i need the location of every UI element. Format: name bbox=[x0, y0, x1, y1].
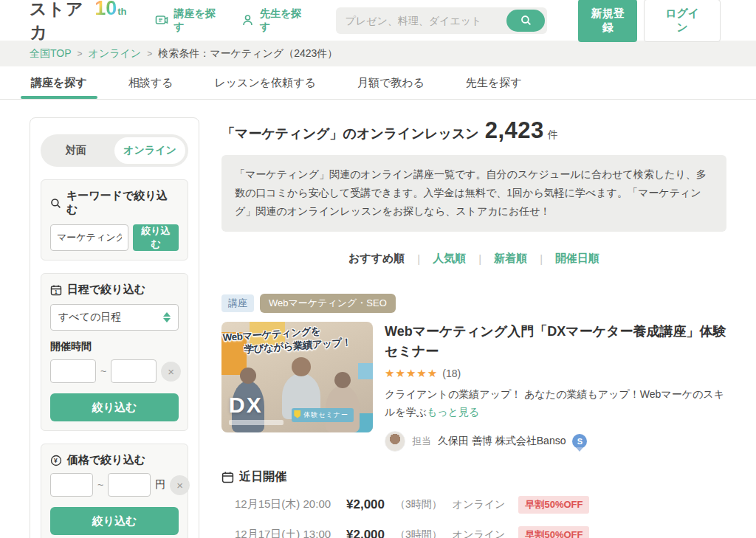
price-filter-heading: ¥ 価格で絞り込む bbox=[50, 453, 179, 467]
result-count-unit: 件 bbox=[548, 128, 558, 142]
time-range-label: 開催時間 bbox=[50, 340, 179, 354]
page-title-text: 「マーケティング」のオンラインレッスン bbox=[221, 125, 479, 142]
signup-button[interactable]: 新規登録 bbox=[578, 0, 637, 42]
select-arrows-icon bbox=[163, 312, 171, 323]
instructor-label: 担当 bbox=[412, 435, 431, 448]
session-mode: オンライン bbox=[453, 528, 506, 538]
instructor-row: 担当 久保田 善博 株式会社Banso S bbox=[385, 431, 726, 452]
breadcrumb-separator: > bbox=[78, 49, 83, 59]
search-input[interactable] bbox=[336, 15, 506, 27]
svg-text:1: 1 bbox=[55, 289, 58, 294]
keyword-filter-box: キーワードで絞り込む 絞り込む bbox=[41, 179, 188, 261]
search-icon bbox=[520, 15, 532, 26]
sort-popular[interactable]: 人気順 bbox=[433, 252, 466, 266]
instructor-avatar[interactable] bbox=[385, 431, 405, 452]
time-from-input[interactable] bbox=[50, 359, 96, 383]
filter-sidebar: 対面 オンライン キーワードで絞り込む 絞り込む bbox=[30, 117, 199, 538]
sort-options: おすすめ順 | 人気順 | 新着順 | 開催日順 bbox=[221, 252, 726, 266]
schedule-row[interactable]: 12月17日(土) 13:00 ¥2,000 （3時間） オンライン 早割50%… bbox=[235, 526, 726, 538]
star-rating-icons: ★★★★★ bbox=[385, 367, 438, 380]
course-thumbnail[interactable]: Webマーケティングを 学びながら業績アップ！ DX 体験セミナー bbox=[221, 322, 373, 432]
tab-request-lesson[interactable]: レッスンを依頼する bbox=[214, 66, 315, 99]
tab-consult[interactable]: 相談する bbox=[128, 66, 173, 99]
content-area: 対面 オンライン キーワードで絞り込む 絞り込む bbox=[0, 100, 756, 538]
schedule-heading: 近日開催 bbox=[221, 469, 726, 485]
page-title: 「マーケティング」のオンラインレッスン 2,423 件 bbox=[221, 117, 726, 144]
results-main: 「マーケティング」のオンラインレッスン 2,423 件 「マーケティング」関連の… bbox=[221, 117, 726, 538]
tab-find-courses[interactable]: 講座を探す bbox=[31, 66, 87, 99]
session-date: 12月17日(土) 13:00 bbox=[235, 528, 336, 538]
person-icon bbox=[241, 14, 254, 27]
anniversary-10-logo: 10 bbox=[94, 0, 117, 20]
breadcrumb-separator: > bbox=[147, 49, 152, 59]
keyword-input[interactable] bbox=[50, 224, 128, 251]
tab-find-teachers[interactable]: 先生を探す bbox=[466, 66, 522, 99]
calendar-icon: 1 bbox=[50, 284, 62, 296]
session-date: 12月15日(木) 20:00 bbox=[235, 497, 336, 511]
decor-square bbox=[358, 363, 373, 379]
course-category-badge[interactable]: Webマーケティング・SEO bbox=[260, 294, 396, 313]
schedule-row[interactable]: 12月15日(木) 20:00 ¥2,000 （3時間） オンライン 早割50%… bbox=[235, 496, 726, 514]
price-to-input[interactable] bbox=[108, 473, 151, 497]
session-price: ¥2,000 bbox=[346, 497, 385, 512]
range-separator: ~ bbox=[100, 365, 106, 377]
upcoming-schedule: 近日開催 12月15日(木) 20:00 ¥2,000 （3時間） オンライン … bbox=[221, 469, 726, 538]
price-from-input[interactable] bbox=[50, 473, 93, 497]
early-discount-badge: 早割50%OFF bbox=[518, 526, 589, 538]
course-badges: 講座 Webマーケティング・SEO bbox=[221, 294, 726, 313]
trial-seminar-ribbon: 体験セミナー bbox=[292, 408, 354, 422]
course-board-icon bbox=[155, 14, 168, 27]
session-duration: （3時間） bbox=[395, 528, 442, 538]
brand-logo[interactable]: ストアカ 10 th bbox=[30, 0, 127, 44]
search-button[interactable] bbox=[506, 10, 545, 32]
date-select[interactable]: すべての日程 bbox=[50, 304, 179, 331]
keyword-filter-title: キーワードで絞り込む bbox=[66, 189, 179, 217]
breadcrumb-national-top[interactable]: 全国TOP bbox=[30, 47, 72, 61]
thumbnail-caption-bar bbox=[229, 420, 284, 425]
clear-price-button[interactable]: × bbox=[170, 475, 190, 495]
instructor-name[interactable]: 久保田 善博 株式会社Banso bbox=[438, 435, 566, 448]
sort-newest[interactable]: 新着順 bbox=[494, 252, 527, 266]
course-description: クライアントの業績アップ！ あなたの業績もアップ！Webマーケのスキルを学ぶもっ… bbox=[385, 386, 726, 421]
review-count: (18) bbox=[442, 368, 461, 379]
brand-name: ストアカ bbox=[30, 0, 92, 44]
breadcrumb-online[interactable]: オンライン bbox=[89, 47, 142, 61]
certified-badge-icon: S bbox=[572, 434, 587, 449]
sort-separator: | bbox=[540, 252, 543, 265]
sort-recommended[interactable]: おすすめ順 bbox=[348, 252, 405, 266]
sort-separator: | bbox=[478, 252, 481, 265]
toggle-in-person[interactable]: 対面 bbox=[41, 144, 111, 157]
header-nav-courses-label: 講座を探す bbox=[174, 7, 219, 34]
schedule-rows: 12月15日(木) 20:00 ¥2,000 （3時間） オンライン 早割50%… bbox=[221, 496, 726, 538]
time-to-input[interactable] bbox=[111, 359, 157, 383]
header-nav-find-courses[interactable]: 講座を探す bbox=[155, 7, 219, 34]
header-nav-find-teachers[interactable]: 先生を探す bbox=[241, 7, 306, 34]
course-rating: ★★★★★ (18) bbox=[385, 367, 726, 380]
see-more-link[interactable]: もっと見る bbox=[427, 406, 479, 418]
date-filter-heading: 1 日程で絞り込む bbox=[50, 283, 179, 297]
svg-text:¥: ¥ bbox=[54, 457, 58, 464]
calendar-icon bbox=[221, 471, 234, 483]
toggle-online[interactable]: オンライン bbox=[114, 137, 185, 164]
price-filter-box: ¥ 価格で絞り込む ~ 円 × 絞り込む bbox=[41, 444, 188, 538]
keyword-filter-button[interactable]: 絞り込む bbox=[133, 224, 179, 251]
course-title[interactable]: Webマーケティング入門「DXマーケター養成講座」体験セミナー bbox=[385, 322, 726, 363]
schedule-title: 近日開催 bbox=[239, 469, 286, 485]
clear-time-button[interactable]: × bbox=[161, 362, 181, 382]
breadcrumb: 全国TOP > オンライン > 検索条件：マーケティング（2423件） bbox=[0, 41, 756, 66]
course-info: Webマーケティング入門「DXマーケター養成講座」体験セミナー ★★★★★ (1… bbox=[385, 322, 726, 452]
date-filter-button[interactable]: 絞り込む bbox=[50, 393, 179, 421]
header-nav-teachers-label: 先生を探す bbox=[260, 7, 306, 34]
login-button[interactable]: ログイン bbox=[644, 0, 721, 42]
date-select-value: すべての日程 bbox=[58, 311, 121, 324]
sort-by-date[interactable]: 開催日順 bbox=[555, 252, 599, 266]
session-price: ¥2,000 bbox=[346, 528, 385, 538]
thumbnail-headline: Webマーケティングを 学びながら業績アップ！ bbox=[222, 322, 372, 357]
category-description: 「マーケティング」関連のオンライン講座一覧です。自分のスケジュールに合わせて検索… bbox=[221, 155, 726, 232]
breadcrumb-current: 検索条件：マーケティング（2423件） bbox=[158, 47, 337, 61]
tab-monthly[interactable]: 月額で教わる bbox=[357, 66, 425, 99]
mode-toggle: 対面 オンライン bbox=[41, 134, 188, 167]
search-icon bbox=[50, 198, 61, 209]
price-filter-button[interactable]: 絞り込む bbox=[50, 507, 179, 535]
keyword-filter-heading: キーワードで絞り込む bbox=[50, 189, 179, 217]
